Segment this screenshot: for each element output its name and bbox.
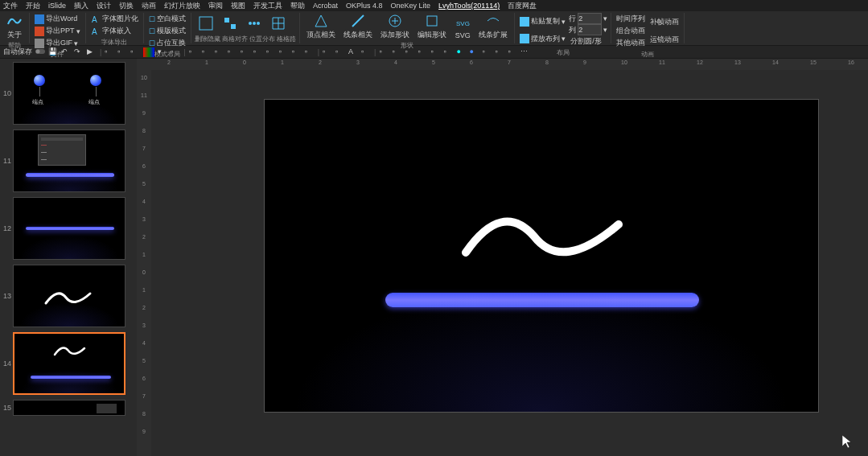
qat-tool-icon[interactable]: ▫ bbox=[241, 47, 250, 57]
svg-text:SVG: SVG bbox=[456, 20, 470, 27]
line-button[interactable]: 线条相关 bbox=[340, 13, 376, 40]
qat-tool-icon[interactable]: ▫ bbox=[392, 47, 401, 57]
menu-slideshow[interactable]: 幻灯片放映 bbox=[164, 1, 200, 11]
qat-tool-icon[interactable]: ▫ bbox=[418, 47, 427, 57]
blank-mode-button[interactable]: ☐ 空白模式 bbox=[147, 13, 187, 25]
qat-tool-icon[interactable]: ▫ bbox=[323, 47, 332, 57]
menu-bar: 文件 开始 iSlide 插入 设计 切换 动画 幻灯片放映 审阅 视图 开发工… bbox=[0, 0, 868, 11]
split-button[interactable]: 分割圆/形 bbox=[569, 35, 607, 47]
align-button[interactable] bbox=[219, 13, 241, 34]
curve-shape[interactable] bbox=[458, 204, 635, 269]
other-button[interactable]: 其他动画 bbox=[615, 37, 647, 49]
time-button[interactable]: 时间序列 bbox=[615, 13, 647, 25]
qat-tool-icon[interactable]: ▾ bbox=[158, 47, 167, 57]
line-icon bbox=[350, 13, 366, 29]
paste-button[interactable]: 粘贴复制 ▾ bbox=[518, 15, 567, 27]
qat-cyan-icon[interactable]: ● bbox=[456, 47, 466, 57]
distribute-button[interactable] bbox=[243, 13, 265, 34]
font-pic-button[interactable]: A字体图片化 bbox=[89, 13, 140, 25]
thumbnail-13[interactable] bbox=[13, 265, 125, 327]
qat-tool-icon[interactable]: ▫ bbox=[335, 47, 345, 57]
qat-tool-icon[interactable]: ▫ bbox=[202, 47, 212, 57]
qat-text-icon[interactable]: A bbox=[348, 47, 358, 57]
qat-tool-icon[interactable]: ▫ bbox=[228, 47, 237, 57]
qat-tool-icon[interactable]: ▫ bbox=[215, 47, 224, 57]
qat-tool-icon[interactable]: ▫ bbox=[305, 47, 315, 57]
qat-tool-icon[interactable]: ▫ bbox=[482, 47, 492, 57]
qat-tool-icon[interactable]: ▫ bbox=[430, 47, 440, 57]
menu-dev[interactable]: 开发工具 bbox=[253, 1, 282, 11]
qat-tool-icon[interactable]: ▫ bbox=[279, 47, 289, 57]
svg-button[interactable]: SVGSVG bbox=[451, 13, 474, 40]
menu-design[interactable]: 设计 bbox=[97, 1, 111, 11]
menu-view[interactable]: 视图 bbox=[231, 1, 245, 11]
add-shape-button[interactable]: 添加形状 bbox=[377, 13, 413, 40]
export-ppt-button[interactable]: 导出PPT ▾ bbox=[33, 25, 82, 37]
thumbnail-12[interactable] bbox=[13, 197, 125, 260]
menu-islide[interactable]: iSlide bbox=[48, 2, 66, 10]
qat-blue-icon[interactable]: ● bbox=[469, 47, 479, 57]
menu-insert[interactable]: 插入 bbox=[74, 1, 88, 11]
thumb-number: 10 bbox=[3, 89, 13, 97]
qat-tool-icon[interactable]: ▫ bbox=[361, 47, 371, 57]
save-icon[interactable]: 💾 bbox=[48, 47, 58, 57]
qat-tool-icon[interactable]: ▫ bbox=[443, 47, 453, 57]
qat-tool-icon[interactable]: ▫ bbox=[189, 47, 199, 57]
qat-tool-icon[interactable]: ▫ bbox=[292, 47, 302, 57]
vertex-button[interactable]: 顶点相关 bbox=[303, 13, 339, 40]
arrange-button[interactable]: 摆放布列 ▾ bbox=[518, 33, 567, 45]
row-input[interactable] bbox=[578, 13, 602, 24]
svg-text:A: A bbox=[92, 15, 97, 24]
qat-tool-icon[interactable]: ▫ bbox=[253, 47, 263, 57]
thumb-number: 15 bbox=[3, 404, 13, 412]
qat-tool-icon[interactable]: ▫ bbox=[171, 47, 180, 57]
menu-help[interactable]: 帮助 bbox=[290, 1, 305, 11]
thumbnail-10[interactable]: 端点 端点 bbox=[13, 62, 125, 125]
arrange-icon bbox=[520, 34, 529, 43]
svg-point-14 bbox=[36, 49, 40, 53]
menu-onekey[interactable]: OneKey Lite bbox=[391, 2, 431, 10]
dist-icon bbox=[246, 15, 262, 31]
slide-canvas[interactable] bbox=[264, 99, 819, 413]
menu-file[interactable]: 文件 bbox=[3, 1, 18, 11]
menu-okplus[interactable]: OKPlus 4.8 bbox=[346, 2, 383, 10]
qat-tool-icon[interactable]: ▫ bbox=[405, 47, 414, 57]
redo-icon[interactable]: ↷ bbox=[74, 47, 84, 57]
export-word-button[interactable]: 导出Word bbox=[33, 13, 82, 25]
ext-icon bbox=[485, 13, 501, 29]
qat-tool-icon[interactable]: ▫ bbox=[495, 47, 504, 57]
undo-icon[interactable]: ↶ bbox=[61, 47, 71, 57]
thumbnail-14-selected[interactable] bbox=[13, 332, 125, 395]
font-embed-button[interactable]: A字体嵌入 bbox=[89, 25, 140, 37]
qat-tool-icon[interactable]: ▫ bbox=[117, 47, 127, 57]
qat-tool-icon[interactable]: ▫ bbox=[379, 47, 389, 57]
menu-start[interactable]: 开始 bbox=[26, 1, 40, 11]
line-ext-button[interactable]: 线条扩展 bbox=[475, 13, 511, 40]
edit-shape-button[interactable]: 编辑形状 bbox=[414, 13, 450, 40]
menu-lvyh[interactable]: LvyhTools(201114) bbox=[438, 2, 500, 10]
supp-button[interactable]: 补帧动画 bbox=[648, 16, 681, 28]
menu-baidu[interactable]: 百度网盘 bbox=[508, 1, 537, 11]
slow-button[interactable]: 运镜动画 bbox=[648, 34, 681, 46]
template-mode-button[interactable]: ☐ 模版模式 bbox=[147, 25, 187, 37]
menu-review[interactable]: 审阅 bbox=[208, 1, 223, 11]
qat-tool-icon[interactable]: ▫ bbox=[105, 47, 114, 57]
about-button[interactable]: 关于 bbox=[3, 13, 26, 40]
thumbnail-15[interactable] bbox=[13, 400, 125, 416]
thumbnail-11[interactable]: ——— bbox=[13, 129, 125, 192]
slideshow-icon[interactable]: ▶ bbox=[87, 47, 97, 57]
qat-overflow-icon[interactable]: ⋯ bbox=[520, 47, 530, 57]
menu-anim[interactable]: 动画 bbox=[142, 1, 156, 11]
combo-button[interactable]: 组合动画 bbox=[615, 25, 647, 37]
glow-effect bbox=[292, 287, 790, 413]
grid-path-button[interactable] bbox=[267, 13, 290, 34]
qat-tool-icon[interactable]: ▫ bbox=[266, 47, 276, 57]
menu-acrobat[interactable]: Acrobat bbox=[313, 2, 338, 10]
qat-tool-icon[interactable]: ▫ bbox=[508, 47, 517, 57]
del-hidden-button[interactable] bbox=[195, 13, 217, 34]
menu-transition[interactable]: 切换 bbox=[119, 1, 134, 11]
qat-color-icon[interactable] bbox=[143, 47, 154, 57]
qat-tool-icon[interactable]: ▫ bbox=[130, 47, 140, 57]
autosave-toggle[interactable] bbox=[35, 47, 45, 57]
col-input[interactable] bbox=[578, 24, 602, 35]
